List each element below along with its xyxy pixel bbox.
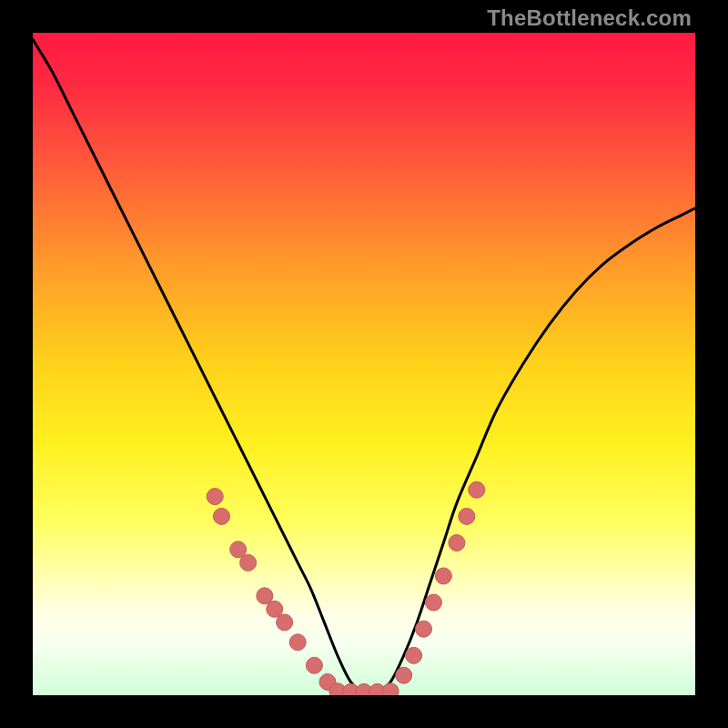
curve-marker <box>416 621 432 637</box>
curve-marker <box>435 568 451 584</box>
plot-area <box>33 33 695 695</box>
chart-svg <box>33 33 695 695</box>
bottleneck-curve <box>33 39 695 693</box>
curve-marker <box>406 647 422 663</box>
curve-marker <box>425 594 441 611</box>
curve-marker <box>240 554 257 571</box>
chart-frame: TheBottleneck.com <box>0 0 728 728</box>
curve-marker <box>396 667 412 683</box>
curve-markers <box>207 481 485 695</box>
curve-marker <box>289 634 306 651</box>
curve-marker <box>449 535 465 551</box>
watermark-text: TheBottleneck.com <box>487 5 692 31</box>
curve-marker <box>277 614 293 631</box>
curve-marker <box>207 489 223 505</box>
curve-marker <box>213 508 229 524</box>
curve-marker <box>306 657 322 673</box>
curve-marker <box>459 508 475 524</box>
curve-marker <box>382 683 399 695</box>
curve-marker <box>469 481 485 498</box>
